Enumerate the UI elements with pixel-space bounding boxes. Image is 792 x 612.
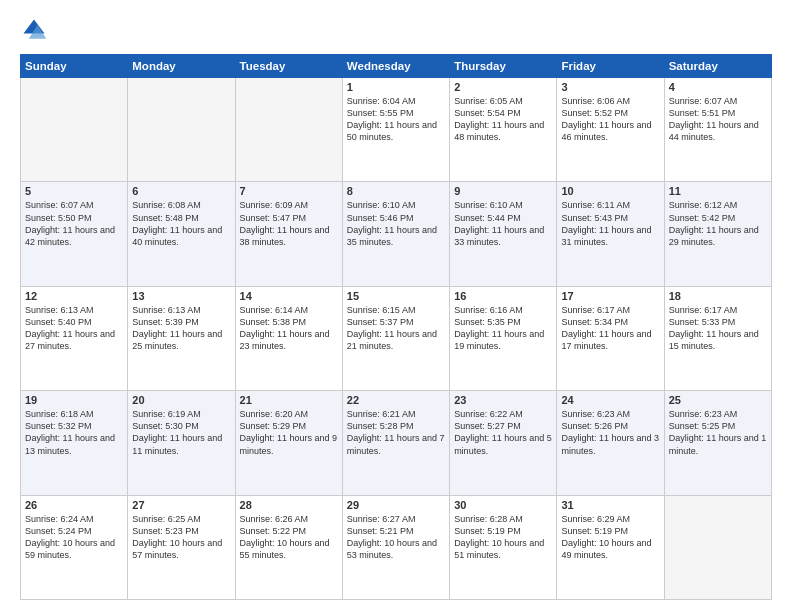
weekday-header: Friday: [557, 55, 664, 78]
day-info: Sunrise: 6:06 AMSunset: 5:52 PMDaylight:…: [561, 95, 659, 144]
weekday-header: Sunday: [21, 55, 128, 78]
calendar-cell: 12Sunrise: 6:13 AMSunset: 5:40 PMDayligh…: [21, 286, 128, 390]
day-number: 14: [240, 290, 338, 302]
calendar-cell: 19Sunrise: 6:18 AMSunset: 5:32 PMDayligh…: [21, 391, 128, 495]
calendar-cell: 10Sunrise: 6:11 AMSunset: 5:43 PMDayligh…: [557, 182, 664, 286]
calendar-week-row: 26Sunrise: 6:24 AMSunset: 5:24 PMDayligh…: [21, 495, 772, 599]
calendar-table: SundayMondayTuesdayWednesdayThursdayFrid…: [20, 54, 772, 600]
day-number: 1: [347, 81, 445, 93]
day-number: 22: [347, 394, 445, 406]
day-number: 26: [25, 499, 123, 511]
day-info: Sunrise: 6:07 AMSunset: 5:51 PMDaylight:…: [669, 95, 767, 144]
header: [20, 16, 772, 44]
day-number: 25: [669, 394, 767, 406]
page: SundayMondayTuesdayWednesdayThursdayFrid…: [0, 0, 792, 612]
day-info: Sunrise: 6:16 AMSunset: 5:35 PMDaylight:…: [454, 304, 552, 353]
calendar-week-row: 1Sunrise: 6:04 AMSunset: 5:55 PMDaylight…: [21, 78, 772, 182]
calendar-week-row: 12Sunrise: 6:13 AMSunset: 5:40 PMDayligh…: [21, 286, 772, 390]
calendar-cell: [128, 78, 235, 182]
day-number: 9: [454, 185, 552, 197]
calendar-cell: 9Sunrise: 6:10 AMSunset: 5:44 PMDaylight…: [450, 182, 557, 286]
day-number: 19: [25, 394, 123, 406]
day-number: 30: [454, 499, 552, 511]
day-info: Sunrise: 6:26 AMSunset: 5:22 PMDaylight:…: [240, 513, 338, 562]
day-info: Sunrise: 6:11 AMSunset: 5:43 PMDaylight:…: [561, 199, 659, 248]
calendar-week-row: 5Sunrise: 6:07 AMSunset: 5:50 PMDaylight…: [21, 182, 772, 286]
calendar-cell: [21, 78, 128, 182]
day-info: Sunrise: 6:22 AMSunset: 5:27 PMDaylight:…: [454, 408, 552, 457]
day-number: 8: [347, 185, 445, 197]
calendar-cell: 28Sunrise: 6:26 AMSunset: 5:22 PMDayligh…: [235, 495, 342, 599]
day-info: Sunrise: 6:27 AMSunset: 5:21 PMDaylight:…: [347, 513, 445, 562]
day-number: 20: [132, 394, 230, 406]
calendar-cell: 29Sunrise: 6:27 AMSunset: 5:21 PMDayligh…: [342, 495, 449, 599]
day-number: 31: [561, 499, 659, 511]
day-info: Sunrise: 6:14 AMSunset: 5:38 PMDaylight:…: [240, 304, 338, 353]
calendar-header-row: SundayMondayTuesdayWednesdayThursdayFrid…: [21, 55, 772, 78]
calendar-cell: 24Sunrise: 6:23 AMSunset: 5:26 PMDayligh…: [557, 391, 664, 495]
calendar-cell: 22Sunrise: 6:21 AMSunset: 5:28 PMDayligh…: [342, 391, 449, 495]
calendar-cell: 23Sunrise: 6:22 AMSunset: 5:27 PMDayligh…: [450, 391, 557, 495]
day-number: 11: [669, 185, 767, 197]
day-info: Sunrise: 6:23 AMSunset: 5:26 PMDaylight:…: [561, 408, 659, 457]
day-info: Sunrise: 6:04 AMSunset: 5:55 PMDaylight:…: [347, 95, 445, 144]
calendar-cell: 21Sunrise: 6:20 AMSunset: 5:29 PMDayligh…: [235, 391, 342, 495]
calendar-cell: 20Sunrise: 6:19 AMSunset: 5:30 PMDayligh…: [128, 391, 235, 495]
calendar-cell: 17Sunrise: 6:17 AMSunset: 5:34 PMDayligh…: [557, 286, 664, 390]
logo-icon: [20, 16, 48, 44]
calendar-cell: 8Sunrise: 6:10 AMSunset: 5:46 PMDaylight…: [342, 182, 449, 286]
day-info: Sunrise: 6:10 AMSunset: 5:44 PMDaylight:…: [454, 199, 552, 248]
day-info: Sunrise: 6:13 AMSunset: 5:39 PMDaylight:…: [132, 304, 230, 353]
day-info: Sunrise: 6:24 AMSunset: 5:24 PMDaylight:…: [25, 513, 123, 562]
weekday-header: Thursday: [450, 55, 557, 78]
day-number: 6: [132, 185, 230, 197]
day-number: 21: [240, 394, 338, 406]
day-number: 18: [669, 290, 767, 302]
day-info: Sunrise: 6:23 AMSunset: 5:25 PMDaylight:…: [669, 408, 767, 457]
weekday-header: Tuesday: [235, 55, 342, 78]
day-info: Sunrise: 6:18 AMSunset: 5:32 PMDaylight:…: [25, 408, 123, 457]
day-number: 16: [454, 290, 552, 302]
calendar-cell: 7Sunrise: 6:09 AMSunset: 5:47 PMDaylight…: [235, 182, 342, 286]
day-info: Sunrise: 6:15 AMSunset: 5:37 PMDaylight:…: [347, 304, 445, 353]
day-info: Sunrise: 6:08 AMSunset: 5:48 PMDaylight:…: [132, 199, 230, 248]
calendar-week-row: 19Sunrise: 6:18 AMSunset: 5:32 PMDayligh…: [21, 391, 772, 495]
day-number: 23: [454, 394, 552, 406]
day-info: Sunrise: 6:28 AMSunset: 5:19 PMDaylight:…: [454, 513, 552, 562]
calendar-cell: 16Sunrise: 6:16 AMSunset: 5:35 PMDayligh…: [450, 286, 557, 390]
day-number: 13: [132, 290, 230, 302]
calendar-cell: 15Sunrise: 6:15 AMSunset: 5:37 PMDayligh…: [342, 286, 449, 390]
calendar-cell: 25Sunrise: 6:23 AMSunset: 5:25 PMDayligh…: [664, 391, 771, 495]
day-number: 12: [25, 290, 123, 302]
day-info: Sunrise: 6:10 AMSunset: 5:46 PMDaylight:…: [347, 199, 445, 248]
calendar-cell: 14Sunrise: 6:14 AMSunset: 5:38 PMDayligh…: [235, 286, 342, 390]
day-info: Sunrise: 6:05 AMSunset: 5:54 PMDaylight:…: [454, 95, 552, 144]
calendar-cell: 27Sunrise: 6:25 AMSunset: 5:23 PMDayligh…: [128, 495, 235, 599]
day-number: 5: [25, 185, 123, 197]
day-number: 7: [240, 185, 338, 197]
calendar-cell: 31Sunrise: 6:29 AMSunset: 5:19 PMDayligh…: [557, 495, 664, 599]
weekday-header: Saturday: [664, 55, 771, 78]
weekday-header: Wednesday: [342, 55, 449, 78]
calendar-cell: 6Sunrise: 6:08 AMSunset: 5:48 PMDaylight…: [128, 182, 235, 286]
calendar-cell: 18Sunrise: 6:17 AMSunset: 5:33 PMDayligh…: [664, 286, 771, 390]
day-info: Sunrise: 6:12 AMSunset: 5:42 PMDaylight:…: [669, 199, 767, 248]
calendar-cell: 30Sunrise: 6:28 AMSunset: 5:19 PMDayligh…: [450, 495, 557, 599]
day-number: 15: [347, 290, 445, 302]
day-info: Sunrise: 6:17 AMSunset: 5:33 PMDaylight:…: [669, 304, 767, 353]
calendar-cell: 5Sunrise: 6:07 AMSunset: 5:50 PMDaylight…: [21, 182, 128, 286]
logo: [20, 16, 54, 44]
weekday-header: Monday: [128, 55, 235, 78]
calendar-cell: [235, 78, 342, 182]
day-number: 29: [347, 499, 445, 511]
day-number: 28: [240, 499, 338, 511]
day-info: Sunrise: 6:29 AMSunset: 5:19 PMDaylight:…: [561, 513, 659, 562]
calendar-cell: 13Sunrise: 6:13 AMSunset: 5:39 PMDayligh…: [128, 286, 235, 390]
day-info: Sunrise: 6:17 AMSunset: 5:34 PMDaylight:…: [561, 304, 659, 353]
day-info: Sunrise: 6:21 AMSunset: 5:28 PMDaylight:…: [347, 408, 445, 457]
day-number: 3: [561, 81, 659, 93]
calendar-cell: 11Sunrise: 6:12 AMSunset: 5:42 PMDayligh…: [664, 182, 771, 286]
day-number: 24: [561, 394, 659, 406]
day-info: Sunrise: 6:19 AMSunset: 5:30 PMDaylight:…: [132, 408, 230, 457]
day-info: Sunrise: 6:13 AMSunset: 5:40 PMDaylight:…: [25, 304, 123, 353]
